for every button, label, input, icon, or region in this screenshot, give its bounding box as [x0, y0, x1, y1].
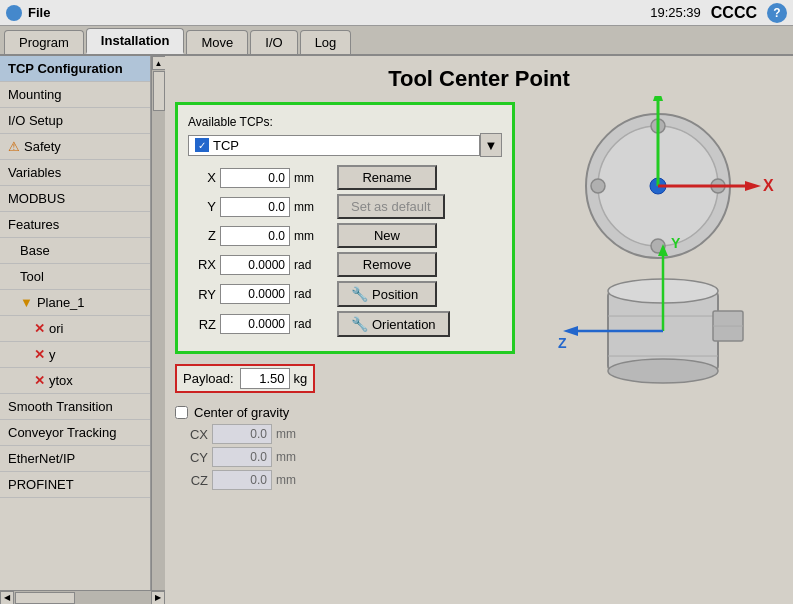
h-scroll-track — [14, 591, 151, 605]
help-button[interactable]: ? — [767, 3, 787, 23]
h-scroll-thumb[interactable] — [15, 592, 75, 604]
orientation-button[interactable]: 🔧 Orientation — [337, 311, 450, 337]
cz-unit: mm — [276, 473, 296, 487]
x-label: X — [188, 170, 216, 185]
robot-icon — [6, 5, 22, 21]
cross-icon: ✕ — [34, 347, 45, 362]
sidebar-label: Plane_1 — [37, 295, 85, 310]
sidebar: TCP Configuration Mounting I/O Setup ⚠ S… — [0, 56, 151, 604]
cross-icon: ✕ — [34, 373, 45, 388]
sidebar-item-modbus[interactable]: MODBUS — [0, 186, 150, 212]
rx-label: RX — [188, 257, 216, 272]
sidebar-item-variables[interactable]: Variables — [0, 160, 150, 186]
sidebar-item-ethernet[interactable]: EtherNet/IP — [0, 446, 150, 472]
sidebar-label: MODBUS — [8, 191, 65, 206]
svg-marker-8 — [653, 96, 663, 101]
tcp-checkbox[interactable]: ✓ — [195, 138, 209, 152]
sidebar-item-smooth-transition[interactable]: Smooth Transition — [0, 394, 150, 420]
cy-input[interactable] — [212, 447, 272, 467]
y-input[interactable] — [220, 197, 290, 217]
sidebar-item-tcp-configuration[interactable]: TCP Configuration — [0, 56, 150, 82]
rz-field-row: RZ rad 🔧 Orientation — [188, 311, 502, 337]
sidebar-item-features[interactable]: Features — [0, 212, 150, 238]
ry-label: RY — [188, 287, 216, 302]
sidebar-item-ori[interactable]: ✕ ori — [0, 316, 150, 342]
sidebar-label: Conveyor Tracking — [8, 425, 116, 440]
file-menu[interactable]: File — [28, 5, 50, 20]
cy-label: CY — [183, 450, 208, 465]
tcp-name-label: TCP — [213, 138, 239, 153]
content-area: Tool Center Point Available TCPs: ✓ TCP … — [165, 56, 793, 604]
cross-icon: ✕ — [34, 321, 45, 336]
shield-icon: ⚠ — [8, 139, 20, 154]
cy-unit: mm — [276, 450, 296, 464]
svg-text:Z: Z — [558, 335, 567, 351]
page-title: Tool Center Point — [175, 66, 783, 92]
cx-label: CX — [183, 427, 208, 442]
sidebar-item-io-setup[interactable]: I/O Setup — [0, 108, 150, 134]
rx-unit: rad — [294, 258, 329, 272]
tab-installation[interactable]: Installation — [86, 28, 185, 54]
remove-button[interactable]: Remove — [337, 252, 437, 277]
tab-program[interactable]: Program — [4, 30, 84, 54]
z-input[interactable] — [220, 226, 290, 246]
z-unit: mm — [294, 229, 329, 243]
z-label: Z — [188, 228, 216, 243]
sidebar-item-ytox[interactable]: ✕ ytox — [0, 368, 150, 394]
sidebar-label: ori — [49, 321, 63, 336]
title-bar-right: 19:25:39 CCCC ? — [650, 3, 787, 23]
tab-move[interactable]: Move — [186, 30, 248, 54]
payload-input[interactable] — [240, 368, 290, 389]
scroll-right-arrow[interactable]: ▶ — [151, 591, 165, 605]
x-input[interactable] — [220, 168, 290, 188]
svg-text:Y: Y — [671, 235, 681, 251]
tab-log[interactable]: Log — [300, 30, 352, 54]
y-field-row: Y mm Set as default — [188, 194, 502, 219]
svg-point-15 — [608, 359, 718, 383]
sidebar-label: Mounting — [8, 87, 61, 102]
sidebar-item-tool[interactable]: Tool — [0, 264, 150, 290]
set-as-default-button[interactable]: Set as default — [337, 194, 445, 219]
sidebar-label: TCP Configuration — [8, 61, 123, 76]
scrollbar-thumb[interactable] — [153, 71, 165, 111]
sidebar-label: Tool — [20, 269, 44, 284]
sidebar-item-plane1[interactable]: ▼ Plane_1 — [0, 290, 150, 316]
sidebar-item-conveyor-tracking[interactable]: Conveyor Tracking — [0, 420, 150, 446]
cz-input[interactable] — [212, 470, 272, 490]
tcp-dropdown[interactable]: ✓ TCP — [188, 135, 480, 156]
cx-unit: mm — [276, 427, 296, 441]
title-bar-left: File — [6, 5, 50, 21]
cx-input[interactable] — [212, 424, 272, 444]
scrollbar-up-arrow[interactable]: ▲ — [152, 56, 166, 70]
sidebar-item-safety[interactable]: ⚠ Safety — [0, 134, 150, 160]
svg-point-4 — [591, 179, 605, 193]
position-button[interactable]: 🔧 Position — [337, 281, 437, 307]
sidebar-item-base[interactable]: Base — [0, 238, 150, 264]
rz-input[interactable] — [220, 314, 290, 334]
cog-checkbox[interactable] — [175, 406, 188, 419]
rename-button[interactable]: Rename — [337, 165, 437, 190]
user-display: CCCC — [711, 4, 757, 22]
sidebar-item-mounting[interactable]: Mounting — [0, 82, 150, 108]
cx-field-row: CX mm — [183, 424, 783, 444]
sidebar-item-profinet[interactable]: PROFINET — [0, 472, 150, 498]
rz-label: RZ — [188, 317, 216, 332]
tab-bar: Program Installation Move I/O Log — [0, 26, 793, 56]
sidebar-item-y[interactable]: ✕ y — [0, 342, 150, 368]
ry-input[interactable] — [220, 284, 290, 304]
horizontal-scrollbar: ◀ ▶ — [0, 590, 165, 604]
sidebar-scrollbar: ▲ ▼ — [151, 56, 165, 604]
svg-text:Y: Y — [668, 96, 679, 99]
tcp-dropdown-row: ✓ TCP ▼ — [188, 133, 502, 157]
cy-field-row: CY mm — [183, 447, 783, 467]
tcp-dropdown-arrow[interactable]: ▼ — [480, 133, 502, 157]
rx-input[interactable] — [220, 255, 290, 275]
scroll-left-arrow[interactable]: ◀ — [0, 591, 14, 605]
orientation-icon: 🔧 — [351, 316, 368, 332]
new-button[interactable]: New — [337, 223, 437, 248]
cog-label: Center of gravity — [194, 405, 289, 420]
svg-text:X: X — [763, 177, 774, 194]
tab-io[interactable]: I/O — [250, 30, 297, 54]
checkmark-icon: ✓ — [198, 140, 206, 151]
folder-icon: ▼ — [20, 295, 33, 310]
